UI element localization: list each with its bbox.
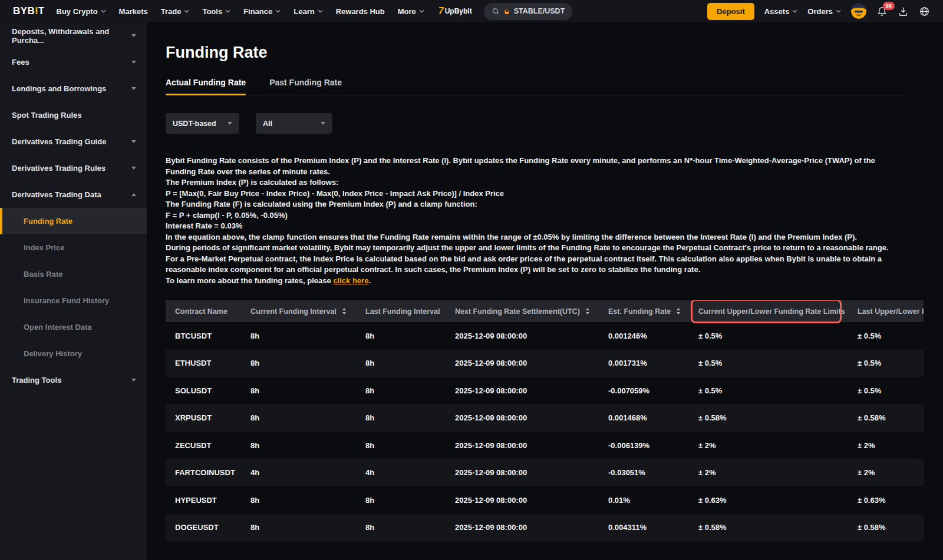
- sidebar-item-derivatives-trading-rules[interactable]: Derivatives Trading Rules: [0, 155, 147, 181]
- column-header-last-funding-interval: Last Funding Interval: [356, 300, 446, 322]
- globe-icon: [919, 6, 930, 17]
- sidebar-item-lendings-and-borrowings[interactable]: Lendings and Borrowings: [0, 75, 147, 102]
- learn-more-prefix: To learn more about the funding rates, p…: [166, 276, 333, 285]
- sidebar-item-label: Derivatives Trading Data: [12, 190, 101, 199]
- search-bar[interactable]: STABLE/USDT: [484, 3, 573, 20]
- sidebar-item-derivatives-trading-guide[interactable]: Derivatives Trading Guide: [0, 128, 147, 155]
- nav-item-markets[interactable]: Markets: [119, 7, 148, 16]
- nav-item-trade[interactable]: Trade: [161, 7, 190, 16]
- chevron-down-icon: [318, 9, 323, 13]
- cell-value: 8h: [250, 332, 259, 340]
- sidebar-item-derivatives-trading-data[interactable]: Derivatives Trading Data: [0, 181, 147, 208]
- table-row-fartcoinusdt[interactable]: FARTCOINUSDT4h4h2025-12-09 08:00:00-0.03…: [166, 459, 924, 487]
- table-row-zecusdt[interactable]: ZECUSDT8h8h2025-12-09 08:00:00-0.006139%…: [166, 432, 924, 459]
- main-content: Funding Rate Actual Funding Rate Past Fu…: [147, 22, 943, 560]
- top-navigation-bar: BYBIT Buy CryptoMarketsTradeToolsFinance…: [0, 0, 943, 22]
- cell-last-funding-interval: 8h: [356, 322, 446, 350]
- cell-value: 2025-12-09 08:00:00: [455, 523, 527, 532]
- cell-last-upper-lower-funding-rate-limits: ± 2%: [848, 459, 924, 487]
- language-button[interactable]: [919, 6, 930, 17]
- cell-next-funding-rate-settlement-utc: 2025-12-09 08:00:00: [446, 486, 599, 514]
- cell-contract-name: DOGEUSDT: [166, 514, 241, 542]
- sidebar-item-basis-rate[interactable]: Basis Rate: [0, 261, 147, 287]
- search-icon: [492, 7, 500, 15]
- cell-value: SOLUSDT: [175, 386, 212, 395]
- nav-item-tools[interactable]: Tools: [202, 7, 230, 16]
- cell-next-funding-rate-settlement-utc: 2025-12-09 08:00:00: [446, 432, 599, 459]
- nav-item-label: Tools: [202, 7, 222, 16]
- cell-last-upper-lower-funding-rate-limits: ± 0.58%: [848, 514, 924, 542]
- cell-value: 2025-12-09 08:00:00: [455, 359, 527, 367]
- cell-value: XRPUSDT: [175, 413, 212, 422]
- tab-past-funding-rate[interactable]: Past Funding Rate: [269, 78, 342, 95]
- nav-item-more[interactable]: More: [398, 7, 424, 16]
- cell-value: 8h: [250, 496, 259, 505]
- cell-value: 4h: [250, 468, 259, 477]
- promo-label: UpBybit: [445, 7, 472, 15]
- coin-filter-value: All: [263, 120, 272, 128]
- table-row-btcusdt[interactable]: BTCUSDT8h8h2025-12-09 08:00:000.001246%±…: [166, 322, 924, 350]
- sidebar-item-funding-rate[interactable]: Funding Rate: [0, 208, 147, 234]
- assets-menu[interactable]: Assets: [764, 7, 798, 16]
- contract-type-value: USDT-based: [173, 120, 216, 128]
- column-header-current-funding-interval[interactable]: Current Funding Interval: [241, 300, 356, 322]
- learn-more-suffix: .: [368, 276, 371, 285]
- table-row-xrpusdt[interactable]: XRPUSDT8h8h2025-12-09 08:00:000.001468%±…: [166, 405, 924, 432]
- nav-item-label: Markets: [119, 7, 148, 16]
- table-row-solusdt[interactable]: SOLUSDT8h8h2025-12-09 08:00:00-0.007059%…: [166, 377, 924, 405]
- orders-menu[interactable]: Orders: [807, 7, 841, 16]
- sidebar-item-deposits-withdrawals-and-purcha[interactable]: Deposits, Withdrawals and Purcha...: [0, 22, 147, 49]
- contract-type-select[interactable]: USDT-based: [166, 113, 239, 134]
- table-row-hypeusdt[interactable]: HYPEUSDT8h8h2025-12-09 08:00:000.01%± 0.…: [166, 486, 924, 514]
- user-avatar[interactable]: [851, 4, 866, 19]
- sidebar-item-fees[interactable]: Fees: [0, 49, 147, 75]
- deposit-button[interactable]: Deposit: [707, 3, 754, 20]
- cell-value: 2025-12-09 08:00:00: [455, 413, 527, 422]
- cell-current-funding-interval: 8h: [241, 377, 356, 405]
- sidebar-item-index-price[interactable]: Index Price: [0, 234, 147, 261]
- nav-item-rewards-hub[interactable]: Rewards Hub: [336, 7, 385, 16]
- cell-value: 8h: [365, 332, 374, 340]
- column-header-label: Last Upper/Lower Funding Rate Limits: [858, 307, 924, 316]
- column-header-est-funding-rate[interactable]: Est. Funding Rate: [599, 300, 689, 322]
- click-here-link[interactable]: click here: [333, 276, 368, 285]
- cell-contract-name: FARTCOINUSDT: [166, 459, 241, 487]
- sidebar-item-delivery-history[interactable]: Delivery History: [0, 340, 147, 367]
- upbybit-promo[interactable]: 7 UpBybit: [438, 6, 472, 16]
- coin-filter-select[interactable]: All: [256, 113, 332, 134]
- download-app-button[interactable]: [898, 6, 909, 17]
- column-header-label: Est. Funding Rate: [608, 307, 671, 316]
- orders-label: Orders: [807, 7, 833, 16]
- sidebar-item-spot-trading-rules[interactable]: Spot Trading Rules: [0, 102, 147, 128]
- cell-last-upper-lower-funding-rate-limits: ± 0.5%: [848, 322, 924, 350]
- cell-value: 2025-12-09 08:00:00: [455, 332, 527, 340]
- chevron-down-icon: [227, 122, 232, 125]
- sidebar-item-trading-tools[interactable]: Trading Tools: [0, 367, 147, 393]
- cell-value: 0.004311%: [608, 523, 647, 532]
- cell-next-funding-rate-settlement-utc: 2025-12-09 08:00:00: [446, 514, 599, 542]
- cell-current-funding-interval: 8h: [241, 405, 356, 432]
- sort-icon[interactable]: [586, 308, 589, 314]
- table-row-dogeusdt[interactable]: DOGEUSDT8h8h2025-12-09 08:00:000.004311%…: [166, 514, 924, 542]
- bybit-logo[interactable]: BYBIT: [13, 5, 45, 17]
- cell-last-funding-interval: 4h: [356, 459, 446, 487]
- description-paragraph: For a Pre-Market Perpetual contract, the…: [166, 254, 906, 276]
- chevron-down-icon: [321, 122, 325, 125]
- nav-item-finance[interactable]: Finance: [243, 7, 281, 16]
- column-header-label: Contract Name: [175, 307, 227, 316]
- description-paragraph: P = [Max(0, Fair Buy Price - Index Price…: [166, 188, 906, 200]
- sidebar-item-insurance-fund-history[interactable]: Insurance Fund History: [0, 287, 147, 314]
- nav-item-buy-crypto[interactable]: Buy Crypto: [57, 7, 106, 16]
- chevron-down-icon: [836, 9, 841, 13]
- sort-icon[interactable]: [342, 308, 346, 314]
- sidebar-item-open-interest-data[interactable]: Open Interest Data: [0, 314, 147, 340]
- cell-value: ± 0.5%: [698, 386, 722, 395]
- table-row-ethusdt[interactable]: ETHUSDT8h8h2025-12-09 08:00:000.001731%±…: [166, 350, 924, 377]
- cell-value: ± 2%: [698, 468, 716, 477]
- tab-actual-funding-rate[interactable]: Actual Funding Rate: [166, 78, 246, 95]
- sort-icon[interactable]: [677, 308, 680, 314]
- notifications-button[interactable]: 55: [876, 6, 888, 17]
- nav-item-learn[interactable]: Learn: [294, 7, 322, 16]
- column-header-next-funding-rate-settlement-utc[interactable]: Next Funding Rate Settlement(UTC): [446, 300, 599, 322]
- logo-text-2: T: [38, 5, 45, 16]
